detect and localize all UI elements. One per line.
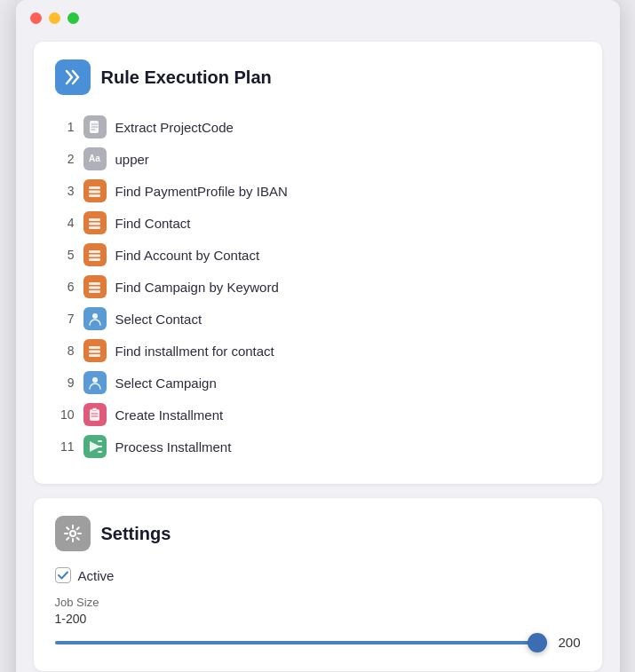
job-size-label: Job Size [55,596,581,609]
settings-content: Active Job Size 1-200 200 [55,567,581,650]
rule-number: 1 [55,120,75,134]
execution-plan-icon [55,59,91,95]
rule-item: 8Find installment for contact [55,335,581,367]
rule-label: Find installment for contact [115,344,274,359]
svg-rect-18 [90,409,99,421]
slider-thumb[interactable] [528,633,547,652]
svg-rect-6 [89,226,100,229]
rule-item: 3Find PaymentProfile by IBAN [55,175,581,207]
rule-label: Find Campaign by Keyword [115,280,279,295]
svg-rect-1 [89,186,100,189]
slider-fill [55,641,548,644]
rule-label: Find Account by Contact [115,248,260,263]
rule-item: 1Extract ProjectCode [55,111,581,143]
rule-label: Process Installment [115,439,232,455]
slider-row: 200 [55,635,581,650]
svg-rect-10 [89,282,100,285]
rule-number: 4 [55,216,75,230]
minimize-button[interactable] [49,12,60,24]
job-size-range: 1-200 [55,612,581,626]
svg-point-24 [70,531,75,536]
rule-label: Select Campaign [115,376,217,391]
svg-rect-11 [89,286,100,289]
rule-label: Create Installment [115,407,224,423]
rule-number: 7 [55,312,75,326]
rule-icon [83,211,107,234]
rule-label: Find Contact [115,216,191,231]
settings-card: Settings Active Job Size 1-200 [34,498,602,671]
rule-item: 5Find Account by Contact [55,239,581,271]
rule-list: 1Extract ProjectCode2Aaupper3Find Paymen… [55,111,581,462]
svg-rect-8 [89,254,100,257]
rule-number: 8 [55,344,75,358]
close-button[interactable] [30,12,42,24]
titlebar [16,0,620,33]
rule-icon [83,115,107,138]
active-checkbox[interactable] [55,567,71,583]
rule-label: Select Contact [115,312,202,327]
slider-track[interactable] [55,641,548,644]
rule-icon [83,403,107,426]
rule-item: 10Create Installment [55,399,581,431]
rule-icon [83,339,107,362]
rule-item: 4Find Contact [55,207,581,239]
svg-rect-3 [89,194,100,197]
rule-item: 6Find Campaign by Keyword [55,271,581,303]
svg-rect-2 [89,190,100,193]
rule-item: 2Aaupper [55,143,581,175]
slider-value: 200 [558,635,580,650]
execution-plan-title: Rule Execution Plan [101,67,272,88]
svg-rect-12 [89,290,100,293]
rule-label: upper [115,152,149,167]
rule-icon [83,435,107,458]
rule-number: 11 [55,439,75,454]
svg-rect-7 [89,250,100,253]
rule-icon [83,371,107,394]
svg-rect-4 [89,218,100,221]
settings-header: Settings [55,516,581,551]
execution-plan-card: Rule Execution Plan 1Extract ProjectCode… [34,42,602,484]
rule-number: 5 [55,248,75,262]
card-header: Rule Execution Plan [55,59,581,95]
svg-point-17 [92,377,98,383]
svg-rect-15 [89,350,100,352]
rule-number: 3 [55,184,75,198]
rule-icon [83,243,107,266]
svg-rect-14 [89,346,100,349]
settings-title: Settings [101,524,171,544]
rule-item: 9Select Campaign [55,367,581,399]
rule-number: 10 [55,407,75,422]
rule-icon [83,275,107,298]
svg-rect-9 [89,258,100,261]
rule-icon [83,179,107,202]
settings-icon [55,516,91,551]
content-area: Rule Execution Plan 1Extract ProjectCode… [16,33,620,672]
main-window: Rule Execution Plan 1Extract ProjectCode… [16,0,620,672]
maximize-button[interactable] [67,12,79,24]
rule-icon [83,307,107,330]
svg-rect-5 [89,222,100,225]
rule-number: 9 [55,376,75,390]
rule-icon: Aa [83,147,107,170]
svg-point-13 [92,313,98,319]
rule-item: 11Process Installment [55,431,581,462]
active-row: Active [55,567,581,583]
svg-rect-19 [92,408,97,411]
rule-number: 2 [55,152,75,166]
rule-label: Find PaymentProfile by IBAN [115,184,288,199]
svg-rect-16 [89,354,100,357]
rule-label: Extract ProjectCode [115,120,234,135]
active-label: Active [78,568,115,583]
rule-number: 6 [55,280,75,294]
rule-item: 7Select Contact [55,303,581,335]
